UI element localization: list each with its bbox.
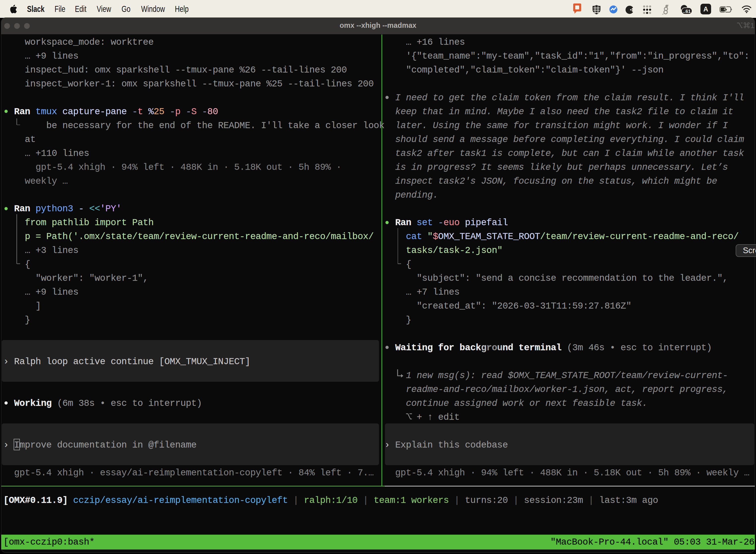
svg-text:A: A <box>703 5 708 13</box>
svg-text:..61: ..61 <box>683 9 691 14</box>
